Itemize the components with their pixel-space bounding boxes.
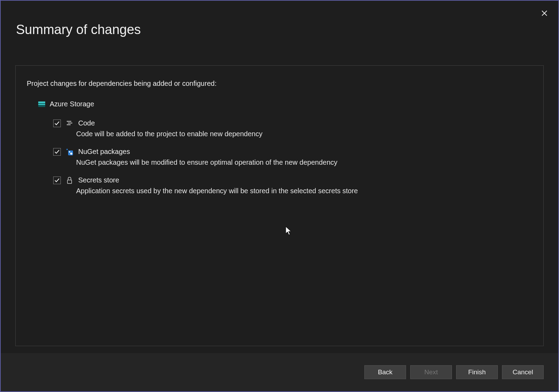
item-title: NuGet packages <box>78 148 130 156</box>
item-description: Code will be added to the project to ena… <box>76 130 532 138</box>
item-title: Secrets store <box>78 176 119 184</box>
item-title: Code <box>78 119 95 127</box>
svg-rect-3 <box>38 101 45 103</box>
change-header: Code <box>53 119 532 127</box>
item-description: Application secrets used by the new depe… <box>76 187 532 195</box>
checkmark-icon <box>54 121 60 126</box>
next-button: Next <box>410 365 452 379</box>
svg-rect-11 <box>67 180 72 183</box>
azure-storage-icon <box>38 100 46 108</box>
content-panel: Project changes for dependencies being a… <box>15 65 544 346</box>
cancel-button[interactable]: Cancel <box>502 365 544 379</box>
svg-rect-4 <box>38 104 45 105</box>
checkbox-secrets[interactable] <box>53 177 61 184</box>
checkbox-nuget[interactable] <box>53 148 61 156</box>
svg-point-8 <box>66 149 68 150</box>
dialog-title: Summary of changes <box>16 22 141 37</box>
change-header: NuGet packages <box>53 148 532 156</box>
change-header: Secrets store <box>53 176 532 184</box>
checkbox-code[interactable] <box>53 120 61 127</box>
change-item-nuget: NuGet packages NuGet packages will be mo… <box>53 148 532 166</box>
intro-text: Project changes for dependencies being a… <box>27 80 532 88</box>
close-button[interactable] <box>540 9 549 17</box>
lock-icon <box>66 177 73 184</box>
nuget-icon <box>66 148 73 156</box>
finish-button[interactable]: Finish <box>456 365 498 379</box>
checkmark-icon <box>54 149 60 155</box>
checkmark-icon <box>54 178 60 183</box>
svg-point-10 <box>70 153 72 155</box>
item-description: NuGet packages will be modified to ensur… <box>76 158 532 166</box>
service-name: Azure Storage <box>50 100 94 108</box>
close-icon <box>541 10 548 16</box>
dialog-footer: Back Next Finish Cancel <box>1 353 558 391</box>
code-icon <box>66 120 73 127</box>
back-button[interactable]: Back <box>364 365 406 379</box>
service-row: Azure Storage <box>38 100 532 108</box>
change-item-code: Code Code will be added to the project t… <box>53 119 532 138</box>
svg-point-9 <box>69 151 70 153</box>
change-item-secrets: Secrets store Application secrets used b… <box>53 176 532 195</box>
